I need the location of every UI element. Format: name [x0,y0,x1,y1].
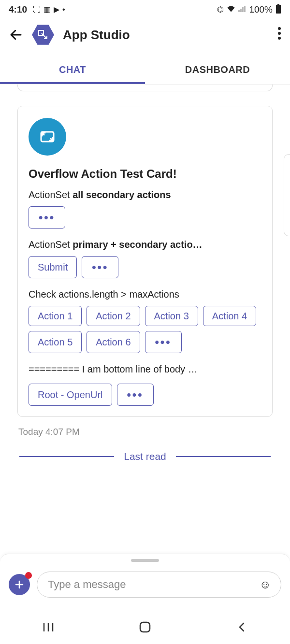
action-4-button[interactable]: Action 4 [203,306,256,326]
battery-icon [276,4,281,15]
action-1-button[interactable]: Action 1 [29,306,82,326]
camera-sensor-icon: ⛶ [33,6,41,14]
message-input[interactable]: Type a message ☺ [37,572,281,598]
svg-point-9 [278,37,281,40]
svg-rect-1 [240,9,242,12]
section-prefix: ActionSet [29,239,72,250]
section-maxactions-label: Check actions.length > maxActions [29,289,261,300]
overflow-button-3[interactable]: ••• [145,331,182,353]
svg-rect-3 [244,6,246,12]
battery-percent: 100% [249,4,273,15]
svg-point-8 [278,32,281,35]
nav-back-icon[interactable] [233,619,250,635]
action-3-button[interactable]: Action 3 [145,306,198,326]
section-all-secondary-label: ActionSet all secondary actions [29,189,261,200]
status-bar: 4:10 ⛶ ▥ ▶ • ⌬ 100% [0,0,290,17]
svg-rect-14 [140,622,150,632]
action-5-button[interactable]: Action 5 [29,331,82,353]
nav-home-icon[interactable] [137,619,153,635]
card-title: Overflow Action Test Card! [29,167,261,181]
submit-button[interactable]: Submit [29,256,77,278]
tab-dashboard[interactable]: DASHBOARD [145,55,290,84]
youtube-icon: ▶ [54,6,59,14]
overflow-button-1[interactable]: ••• [29,206,65,229]
compose-add-button[interactable] [9,574,30,595]
app-title: App Studio [63,28,130,43]
status-time: 4:10 [9,4,27,15]
svg-rect-0 [238,10,240,12]
vpn-key-icon: ⌬ [217,6,224,14]
svg-rect-4 [277,4,279,5]
emoji-icon[interactable]: ☺ [259,578,271,591]
previous-card-edge [17,85,273,91]
message-placeholder: Type a message [48,578,126,591]
action-6-button[interactable]: Action 6 [87,331,140,353]
overflow-button-2[interactable]: ••• [82,256,118,278]
sheet-grabber[interactable] [131,559,159,562]
side-nudge-handle[interactable] [284,154,290,236]
teams-icon: ▥ [44,6,51,14]
overflow-button-4[interactable]: ••• [117,384,154,406]
nav-recents-icon[interactable] [40,619,57,635]
more-notifications-icon: • [62,6,65,14]
svg-point-7 [278,27,281,30]
root-openurl-button[interactable]: Root - OpenUrl [29,384,112,406]
wifi-icon [227,5,235,14]
android-navbar [0,610,290,644]
svg-rect-2 [242,7,244,12]
section-prefix: ActionSet [29,189,72,200]
section-primary-secondary-label: ActionSet primary + secondary actio… [29,239,261,250]
svg-rect-5 [276,5,281,14]
compose-sheet: Type a message ☺ [0,554,290,610]
signal-icon [238,5,246,14]
card-hero-icon [29,118,66,156]
tabs: CHAT DASHBOARD [0,55,290,84]
section-bold: primary + secondary actio… [72,239,202,250]
app-bar: App Studio [0,17,290,55]
section-bold: all secondary actions [72,189,171,200]
action-2-button[interactable]: Action 2 [87,306,140,326]
last-read-marker: Last read [19,451,271,462]
chat-scroll[interactable]: Overflow Action Test Card! ActionSet all… [0,85,290,462]
last-read-label: Last read [124,451,166,462]
adaptive-card: Overflow Action Test Card! ActionSet all… [17,106,273,417]
app-bar-more-icon[interactable] [277,27,281,43]
message-timestamp: Today 4:07 PM [18,427,285,437]
back-button[interactable] [9,28,23,42]
tab-chat[interactable]: CHAT [0,55,145,84]
card-bottom-text: ========= I am bottom line of body … [29,364,261,375]
app-logo [32,24,54,46]
